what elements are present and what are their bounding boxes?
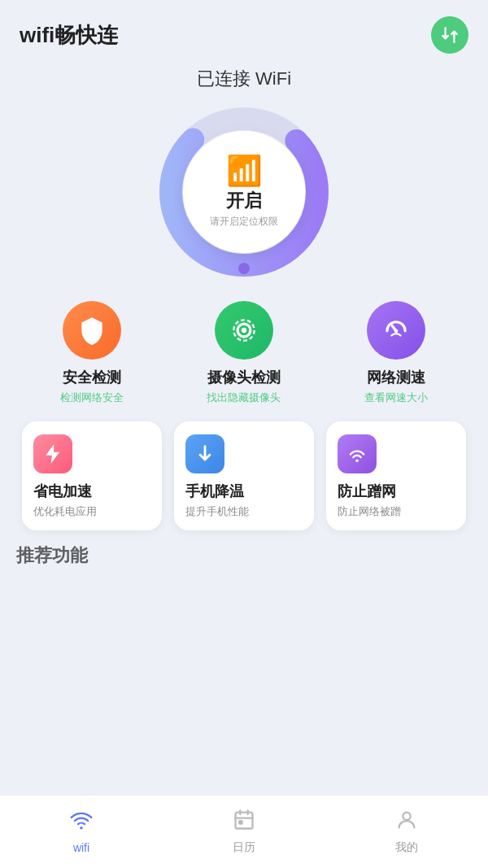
nav-wifi-label: wifi (73, 841, 89, 854)
svg-rect-13 (239, 821, 242, 824)
speed-icon-circle (367, 301, 425, 360)
anti-icon-bg (338, 434, 377, 473)
svg-point-4 (242, 328, 246, 333)
shield-icon (76, 315, 107, 346)
open-sublabel: 请开启定位权限 (210, 215, 278, 229)
nav-wifi-icon (70, 809, 93, 838)
card-anti[interactable]: 防止蹭网 防止网络被蹭 (326, 421, 466, 530)
svg-point-14 (403, 813, 410, 820)
nav-profile-icon (395, 809, 418, 837)
camera-icon-circle (215, 301, 273, 360)
cooling-title: 手机降温 (185, 482, 244, 501)
nav-calendar-icon (233, 809, 255, 837)
features-cards-row: 省电加速 优化耗电应用 手机降温 提升手机性能 防止蹭网 防止网络被蹭 (0, 421, 488, 530)
camera-detect-icon (229, 315, 259, 346)
feature-security[interactable]: 安全检测 检测网络安全 (35, 301, 149, 405)
arrow-down-icon (194, 443, 216, 465)
svg-point-8 (80, 827, 83, 830)
app-title: wifi畅快连 (20, 21, 118, 50)
svg-point-7 (355, 459, 359, 462)
security-subtitle: 检测网络安全 (60, 390, 124, 405)
battery-subtitle: 优化耗电应用 (33, 504, 97, 519)
speed-subtitle: 查看网速大小 (364, 390, 428, 405)
camera-title: 摄像头检测 (207, 368, 281, 387)
features-top-row: 安全检测 检测网络安全 摄像头检测 找出隐藏摄像头 网络测速 查看网速大小 (0, 301, 488, 405)
card-battery[interactable]: 省电加速 优化耗电应用 (22, 421, 162, 530)
cooling-subtitle: 提升手机性能 (185, 504, 249, 519)
nav-calendar-label: 日历 (233, 840, 255, 855)
security-title: 安全检测 (63, 368, 121, 387)
bolt-icon (41, 443, 64, 465)
open-label: 开启 (226, 189, 262, 213)
card-cooling[interactable]: 手机降温 提升手机性能 (174, 421, 314, 530)
speed-title: 网络测速 (367, 368, 425, 387)
cooling-icon-bg (185, 434, 224, 473)
exchange-icon (439, 24, 460, 46)
svg-rect-9 (236, 813, 253, 829)
wifi-center-icon: 📶 (226, 156, 263, 185)
feature-speed[interactable]: 网络测速 查看网速大小 (339, 301, 453, 405)
donut-chart-area: 📶 开启 请开启定位权限 (0, 103, 488, 281)
partial-section-label: 推荐功能 (0, 543, 488, 568)
anti-subtitle: 防止网络被蹭 (338, 504, 401, 519)
nav-item-calendar[interactable]: 日历 (163, 809, 325, 855)
nav-profile-label: 我的 (395, 840, 418, 855)
svg-point-6 (394, 329, 398, 333)
app-header: wifi畅快连 (0, 0, 488, 62)
bottom-navigation: wifi 日历 我的 (0, 795, 488, 868)
battery-title: 省电加速 (33, 482, 92, 501)
donut-inner[interactable]: 📶 开启 请开启定位权限 (183, 131, 305, 253)
wifi-lock-icon (346, 443, 368, 465)
exchange-button[interactable] (431, 16, 468, 54)
feature-camera[interactable]: 摄像头检测 找出隐藏摄像头 (187, 301, 301, 405)
speedometer-icon (381, 315, 412, 346)
security-icon-circle (63, 301, 121, 360)
wifi-status-label: 已连接 WiFi (0, 67, 488, 91)
battery-icon-bg (33, 434, 72, 473)
anti-title: 防止蹭网 (338, 482, 396, 501)
camera-subtitle: 找出隐藏摄像头 (207, 390, 281, 405)
nav-item-profile[interactable]: 我的 (325, 809, 488, 855)
nav-item-wifi[interactable]: wifi (0, 809, 163, 854)
svg-point-2 (238, 263, 250, 274)
